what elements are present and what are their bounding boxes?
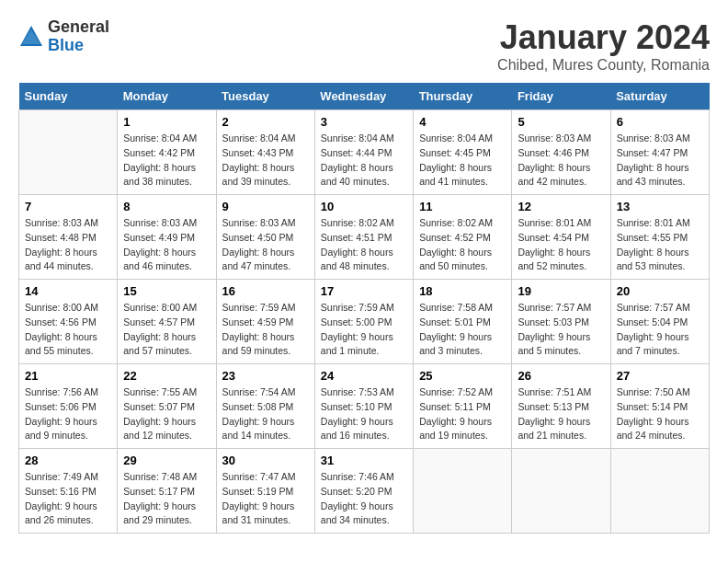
day-info: Sunrise: 8:02 AMSunset: 4:52 PMDaylight:… bbox=[419, 216, 506, 274]
calendar-week-row: 28Sunrise: 7:49 AMSunset: 5:16 PMDayligh… bbox=[19, 449, 710, 534]
day-info: Sunrise: 8:00 AMSunset: 4:57 PMDaylight:… bbox=[123, 301, 210, 359]
calendar-cell: 3Sunrise: 8:04 AMSunset: 4:44 PMDaylight… bbox=[314, 110, 413, 195]
weekday-header: Tuesday bbox=[216, 83, 314, 110]
calendar-cell: 14Sunrise: 8:00 AMSunset: 4:56 PMDayligh… bbox=[19, 280, 118, 364]
calendar-cell: 1Sunrise: 8:04 AMSunset: 4:42 PMDaylight… bbox=[118, 110, 216, 195]
day-number: 27 bbox=[617, 369, 703, 383]
day-number: 26 bbox=[518, 369, 604, 383]
day-info: Sunrise: 8:04 AMSunset: 4:42 PMDaylight:… bbox=[123, 132, 210, 190]
calendar-cell: 29Sunrise: 7:48 AMSunset: 5:17 PMDayligh… bbox=[118, 449, 216, 534]
day-info: Sunrise: 8:00 AMSunset: 4:56 PMDaylight:… bbox=[25, 301, 111, 359]
weekday-header: Saturday bbox=[610, 83, 709, 110]
day-info: Sunrise: 7:46 AMSunset: 5:20 PMDaylight:… bbox=[321, 470, 407, 528]
day-number: 11 bbox=[419, 200, 506, 213]
day-info: Sunrise: 8:04 AMSunset: 4:44 PMDaylight:… bbox=[321, 132, 407, 190]
day-info: Sunrise: 7:56 AMSunset: 5:06 PMDaylight:… bbox=[25, 385, 111, 443]
day-info: Sunrise: 8:03 AMSunset: 4:47 PMDaylight:… bbox=[617, 132, 703, 190]
calendar-cell: 26Sunrise: 7:51 AMSunset: 5:13 PMDayligh… bbox=[512, 364, 610, 449]
calendar-cell: 16Sunrise: 7:59 AMSunset: 4:59 PMDayligh… bbox=[216, 280, 314, 364]
calendar-cell bbox=[512, 449, 610, 534]
weekday-header: Wednesday bbox=[314, 83, 413, 110]
day-number: 9 bbox=[222, 200, 309, 213]
month-title: January 2024 bbox=[497, 18, 710, 57]
calendar-cell: 2Sunrise: 8:04 AMSunset: 4:43 PMDaylight… bbox=[216, 110, 314, 195]
day-info: Sunrise: 7:59 AMSunset: 4:59 PMDaylight:… bbox=[222, 301, 309, 359]
day-info: Sunrise: 7:53 AMSunset: 5:10 PMDaylight:… bbox=[321, 385, 407, 443]
day-number: 22 bbox=[123, 369, 210, 383]
day-number: 19 bbox=[518, 284, 604, 298]
day-number: 7 bbox=[25, 200, 111, 213]
logo: General Blue bbox=[18, 18, 109, 55]
day-number: 18 bbox=[419, 284, 506, 298]
calendar-cell: 10Sunrise: 8:02 AMSunset: 4:51 PMDayligh… bbox=[314, 195, 413, 280]
day-number: 4 bbox=[419, 115, 506, 129]
day-number: 28 bbox=[25, 454, 111, 467]
calendar-cell bbox=[19, 110, 118, 195]
day-number: 23 bbox=[222, 369, 309, 383]
day-number: 12 bbox=[518, 200, 604, 213]
calendar-week-row: 1Sunrise: 8:04 AMSunset: 4:42 PMDaylight… bbox=[19, 110, 710, 195]
day-info: Sunrise: 7:57 AMSunset: 5:03 PMDaylight:… bbox=[518, 301, 604, 359]
day-info: Sunrise: 7:52 AMSunset: 5:11 PMDaylight:… bbox=[419, 385, 506, 443]
logo-icon bbox=[18, 24, 44, 50]
calendar-cell: 11Sunrise: 8:02 AMSunset: 4:52 PMDayligh… bbox=[414, 195, 512, 280]
weekday-header-row: SundayMondayTuesdayWednesdayThursdayFrid… bbox=[19, 83, 710, 110]
calendar-cell: 5Sunrise: 8:03 AMSunset: 4:46 PMDaylight… bbox=[512, 110, 610, 195]
calendar-cell: 7Sunrise: 8:03 AMSunset: 4:48 PMDaylight… bbox=[19, 195, 118, 280]
day-number: 2 bbox=[222, 115, 309, 129]
day-info: Sunrise: 7:55 AMSunset: 5:07 PMDaylight:… bbox=[123, 385, 210, 443]
day-info: Sunrise: 8:04 AMSunset: 4:43 PMDaylight:… bbox=[222, 132, 309, 190]
day-number: 15 bbox=[123, 284, 210, 298]
day-number: 1 bbox=[123, 115, 210, 129]
calendar-week-row: 21Sunrise: 7:56 AMSunset: 5:06 PMDayligh… bbox=[19, 364, 710, 449]
location-title: Chibed, Mures County, Romania bbox=[497, 57, 710, 74]
day-info: Sunrise: 8:04 AMSunset: 4:45 PMDaylight:… bbox=[419, 132, 506, 190]
calendar-cell: 13Sunrise: 8:01 AMSunset: 4:55 PMDayligh… bbox=[610, 195, 709, 280]
calendar-cell: 4Sunrise: 8:04 AMSunset: 4:45 PMDaylight… bbox=[414, 110, 512, 195]
day-number: 16 bbox=[222, 284, 309, 298]
day-number: 21 bbox=[25, 369, 111, 383]
calendar-week-row: 7Sunrise: 8:03 AMSunset: 4:48 PMDaylight… bbox=[19, 195, 710, 280]
calendar-cell: 24Sunrise: 7:53 AMSunset: 5:10 PMDayligh… bbox=[314, 364, 413, 449]
day-info: Sunrise: 7:48 AMSunset: 5:17 PMDaylight:… bbox=[123, 470, 210, 528]
calendar-cell: 9Sunrise: 8:03 AMSunset: 4:50 PMDaylight… bbox=[216, 195, 314, 280]
day-info: Sunrise: 7:49 AMSunset: 5:16 PMDaylight:… bbox=[25, 470, 111, 528]
day-info: Sunrise: 7:58 AMSunset: 5:01 PMDaylight:… bbox=[419, 301, 506, 359]
day-info: Sunrise: 8:01 AMSunset: 4:54 PMDaylight:… bbox=[518, 216, 604, 274]
day-info: Sunrise: 7:54 AMSunset: 5:08 PMDaylight:… bbox=[222, 385, 309, 443]
day-number: 13 bbox=[617, 200, 703, 213]
calendar-cell: 17Sunrise: 7:59 AMSunset: 5:00 PMDayligh… bbox=[314, 280, 413, 364]
calendar-cell: 27Sunrise: 7:50 AMSunset: 5:14 PMDayligh… bbox=[610, 364, 709, 449]
svg-marker-1 bbox=[22, 29, 40, 44]
calendar-week-row: 14Sunrise: 8:00 AMSunset: 4:56 PMDayligh… bbox=[19, 280, 710, 364]
weekday-header: Thursday bbox=[414, 83, 512, 110]
calendar-cell: 22Sunrise: 7:55 AMSunset: 5:07 PMDayligh… bbox=[118, 364, 216, 449]
day-info: Sunrise: 7:59 AMSunset: 5:00 PMDaylight:… bbox=[321, 301, 407, 359]
day-number: 14 bbox=[25, 284, 111, 298]
weekday-header: Monday bbox=[118, 83, 216, 110]
calendar-cell bbox=[610, 449, 709, 534]
logo-blue-text: Blue bbox=[48, 37, 109, 55]
day-info: Sunrise: 8:01 AMSunset: 4:55 PMDaylight:… bbox=[617, 216, 703, 274]
day-number: 6 bbox=[617, 115, 703, 129]
day-info: Sunrise: 8:03 AMSunset: 4:48 PMDaylight:… bbox=[25, 216, 111, 274]
day-info: Sunrise: 8:03 AMSunset: 4:46 PMDaylight:… bbox=[518, 132, 604, 190]
calendar-cell: 6Sunrise: 8:03 AMSunset: 4:47 PMDaylight… bbox=[610, 110, 709, 195]
calendar-cell: 25Sunrise: 7:52 AMSunset: 5:11 PMDayligh… bbox=[414, 364, 512, 449]
day-number: 8 bbox=[123, 200, 210, 213]
calendar-cell: 31Sunrise: 7:46 AMSunset: 5:20 PMDayligh… bbox=[314, 449, 413, 534]
weekday-header: Sunday bbox=[19, 83, 118, 110]
calendar-cell: 30Sunrise: 7:47 AMSunset: 5:19 PMDayligh… bbox=[216, 449, 314, 534]
day-info: Sunrise: 8:02 AMSunset: 4:51 PMDaylight:… bbox=[321, 216, 407, 274]
logo-general-text: General bbox=[48, 18, 109, 37]
day-number: 10 bbox=[321, 200, 407, 213]
day-number: 25 bbox=[419, 369, 506, 383]
day-number: 30 bbox=[222, 454, 309, 467]
calendar-cell: 18Sunrise: 7:58 AMSunset: 5:01 PMDayligh… bbox=[414, 280, 512, 364]
day-info: Sunrise: 7:51 AMSunset: 5:13 PMDaylight:… bbox=[518, 385, 604, 443]
day-info: Sunrise: 7:47 AMSunset: 5:19 PMDaylight:… bbox=[222, 470, 309, 528]
title-block: January 2024 Chibed, Mures County, Roman… bbox=[497, 18, 710, 74]
weekday-header: Friday bbox=[512, 83, 610, 110]
day-number: 31 bbox=[321, 454, 407, 467]
calendar-cell: 15Sunrise: 8:00 AMSunset: 4:57 PMDayligh… bbox=[118, 280, 216, 364]
